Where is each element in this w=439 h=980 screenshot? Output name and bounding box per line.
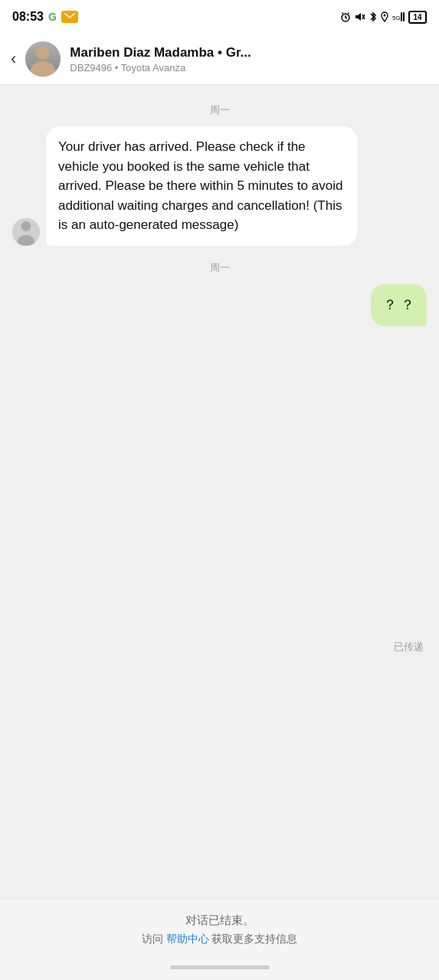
message-row-auto: Your driver has arrived. Please check if…: [12, 126, 427, 246]
battery-indicator: 14: [408, 11, 427, 24]
contact-avatar: [25, 41, 61, 77]
contact-info: Mariben Diaz Madamba • Gr... DBZ9496 • T…: [70, 45, 428, 74]
delivered-label: 已传递: [12, 640, 427, 654]
auto-message-bubble: Your driver has arrived. Please check if…: [46, 126, 357, 246]
sender-avatar: [12, 218, 40, 246]
home-indicator: [0, 952, 439, 980]
svg-marker-6: [355, 13, 361, 21]
chat-ended-text: 对话已结束。: [23, 913, 416, 928]
date-label-2: 周一: [12, 261, 427, 275]
svg-rect-12: [403, 12, 405, 21]
time-display: 08:53: [12, 10, 44, 24]
svg-line-4: [342, 13, 344, 15]
help-text-1: 访问: [142, 933, 166, 945]
help-line: 访问 帮助中心 获取更多支持信息: [23, 933, 416, 946]
message-notification-icon: [61, 11, 78, 23]
help-text-2: 获取更多支持信息: [209, 933, 298, 945]
signal-icon: 5G: [392, 12, 405, 21]
svg-text:5G: 5G: [392, 15, 401, 21]
svg-rect-11: [401, 12, 402, 21]
mute-icon: [355, 11, 365, 22]
home-bar: [170, 965, 270, 969]
svg-point-9: [384, 15, 386, 17]
status-left: 08:53 G: [12, 10, 78, 24]
back-button[interactable]: ‹: [11, 49, 16, 69]
contact-subtitle: DBZ9496 • Toyota Avanza: [70, 62, 428, 74]
date-label-1: 周一: [12, 103, 427, 117]
g-icon: G: [48, 11, 57, 23]
chat-footer: 对话已结束。 访问 帮助中心 获取更多支持信息: [0, 899, 439, 952]
contact-name: Mariben Diaz Madamba • Gr...: [70, 45, 428, 60]
location-icon: [381, 11, 388, 22]
chat-header: ‹ Mariben Diaz Madamba • Gr... DBZ9496 •…: [0, 34, 439, 85]
help-center-link[interactable]: 帮助中心: [166, 933, 209, 945]
status-bar: 08:53 G: [0, 0, 439, 34]
alarm-icon: [340, 11, 351, 22]
message-row-user: ？ ？: [12, 284, 427, 326]
user-message-bubble: ？ ？: [371, 284, 427, 326]
chat-area: 周一 Your driver has arrived. Please check…: [0, 85, 439, 899]
status-right: 5G 14: [340, 11, 427, 24]
message-row-image: XYZ: [12, 332, 427, 631]
bluetooth-icon: [369, 11, 377, 22]
svg-line-5: [348, 13, 349, 15]
